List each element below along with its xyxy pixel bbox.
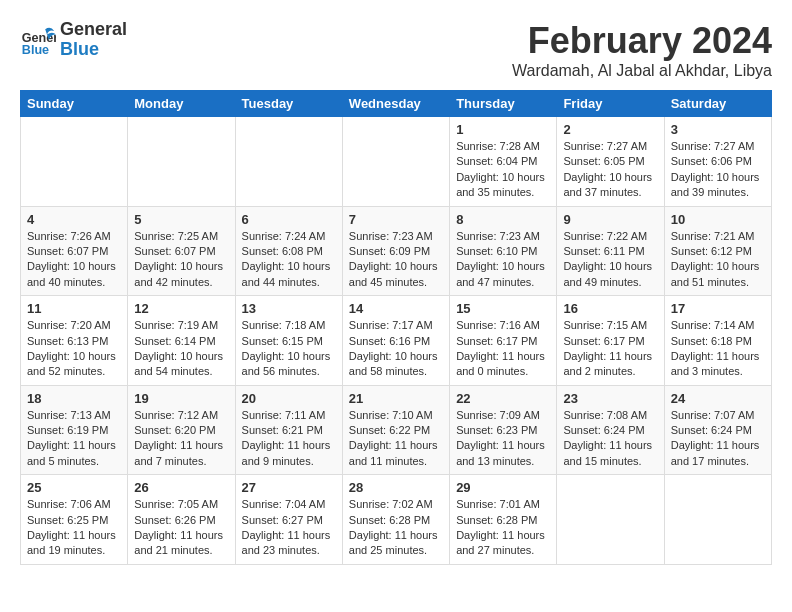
day-number: 27 xyxy=(242,480,336,495)
calendar-cell: 9Sunrise: 7:22 AM Sunset: 6:11 PM Daylig… xyxy=(557,206,664,296)
day-number: 2 xyxy=(563,122,657,137)
day-number: 5 xyxy=(134,212,228,227)
calendar-cell: 21Sunrise: 7:10 AM Sunset: 6:22 PM Dayli… xyxy=(342,385,449,475)
calendar-cell: 3Sunrise: 7:27 AM Sunset: 6:06 PM Daylig… xyxy=(664,117,771,207)
calendar-cell: 1Sunrise: 7:28 AM Sunset: 6:04 PM Daylig… xyxy=(450,117,557,207)
day-number: 29 xyxy=(456,480,550,495)
calendar-cell: 25Sunrise: 7:06 AM Sunset: 6:25 PM Dayli… xyxy=(21,475,128,565)
day-info: Sunrise: 7:08 AM Sunset: 6:24 PM Dayligh… xyxy=(563,408,657,470)
day-info: Sunrise: 7:16 AM Sunset: 6:17 PM Dayligh… xyxy=(456,318,550,380)
calendar-cell: 19Sunrise: 7:12 AM Sunset: 6:20 PM Dayli… xyxy=(128,385,235,475)
day-number: 10 xyxy=(671,212,765,227)
calendar-table: SundayMondayTuesdayWednesdayThursdayFrid… xyxy=(20,90,772,565)
svg-text:Blue: Blue xyxy=(22,43,49,57)
day-number: 19 xyxy=(134,391,228,406)
calendar-cell xyxy=(557,475,664,565)
calendar-cell: 20Sunrise: 7:11 AM Sunset: 6:21 PM Dayli… xyxy=(235,385,342,475)
day-number: 16 xyxy=(563,301,657,316)
day-info: Sunrise: 7:27 AM Sunset: 6:05 PM Dayligh… xyxy=(563,139,657,201)
day-info: Sunrise: 7:14 AM Sunset: 6:18 PM Dayligh… xyxy=(671,318,765,380)
day-info: Sunrise: 7:13 AM Sunset: 6:19 PM Dayligh… xyxy=(27,408,121,470)
weekday-header-thursday: Thursday xyxy=(450,91,557,117)
day-number: 21 xyxy=(349,391,443,406)
day-info: Sunrise: 7:22 AM Sunset: 6:11 PM Dayligh… xyxy=(563,229,657,291)
logo-general: General xyxy=(60,20,127,40)
calendar-cell xyxy=(128,117,235,207)
day-number: 25 xyxy=(27,480,121,495)
calendar-cell: 15Sunrise: 7:16 AM Sunset: 6:17 PM Dayli… xyxy=(450,296,557,386)
day-number: 28 xyxy=(349,480,443,495)
calendar-week-2: 4Sunrise: 7:26 AM Sunset: 6:07 PM Daylig… xyxy=(21,206,772,296)
day-info: Sunrise: 7:21 AM Sunset: 6:12 PM Dayligh… xyxy=(671,229,765,291)
calendar-cell: 14Sunrise: 7:17 AM Sunset: 6:16 PM Dayli… xyxy=(342,296,449,386)
day-info: Sunrise: 7:28 AM Sunset: 6:04 PM Dayligh… xyxy=(456,139,550,201)
calendar-cell: 13Sunrise: 7:18 AM Sunset: 6:15 PM Dayli… xyxy=(235,296,342,386)
calendar-cell: 8Sunrise: 7:23 AM Sunset: 6:10 PM Daylig… xyxy=(450,206,557,296)
day-number: 15 xyxy=(456,301,550,316)
logo-blue: Blue xyxy=(60,40,127,60)
day-number: 12 xyxy=(134,301,228,316)
calendar-week-5: 25Sunrise: 7:06 AM Sunset: 6:25 PM Dayli… xyxy=(21,475,772,565)
day-info: Sunrise: 7:18 AM Sunset: 6:15 PM Dayligh… xyxy=(242,318,336,380)
day-number: 17 xyxy=(671,301,765,316)
day-number: 1 xyxy=(456,122,550,137)
day-info: Sunrise: 7:05 AM Sunset: 6:26 PM Dayligh… xyxy=(134,497,228,559)
weekday-header-saturday: Saturday xyxy=(664,91,771,117)
calendar-cell: 2Sunrise: 7:27 AM Sunset: 6:05 PM Daylig… xyxy=(557,117,664,207)
day-number: 11 xyxy=(27,301,121,316)
day-number: 4 xyxy=(27,212,121,227)
calendar-cell xyxy=(21,117,128,207)
calendar-week-3: 11Sunrise: 7:20 AM Sunset: 6:13 PM Dayli… xyxy=(21,296,772,386)
day-number: 3 xyxy=(671,122,765,137)
day-info: Sunrise: 7:11 AM Sunset: 6:21 PM Dayligh… xyxy=(242,408,336,470)
location-title: Wardamah, Al Jabal al Akhdar, Libya xyxy=(512,62,772,80)
day-info: Sunrise: 7:27 AM Sunset: 6:06 PM Dayligh… xyxy=(671,139,765,201)
calendar-cell: 18Sunrise: 7:13 AM Sunset: 6:19 PM Dayli… xyxy=(21,385,128,475)
calendar-cell: 11Sunrise: 7:20 AM Sunset: 6:13 PM Dayli… xyxy=(21,296,128,386)
logo: General Blue General Blue xyxy=(20,20,127,60)
calendar-cell: 5Sunrise: 7:25 AM Sunset: 6:07 PM Daylig… xyxy=(128,206,235,296)
day-number: 13 xyxy=(242,301,336,316)
weekday-header-tuesday: Tuesday xyxy=(235,91,342,117)
day-info: Sunrise: 7:07 AM Sunset: 6:24 PM Dayligh… xyxy=(671,408,765,470)
weekday-header-wednesday: Wednesday xyxy=(342,91,449,117)
calendar-cell xyxy=(342,117,449,207)
day-info: Sunrise: 7:09 AM Sunset: 6:23 PM Dayligh… xyxy=(456,408,550,470)
day-info: Sunrise: 7:01 AM Sunset: 6:28 PM Dayligh… xyxy=(456,497,550,559)
calendar-cell: 24Sunrise: 7:07 AM Sunset: 6:24 PM Dayli… xyxy=(664,385,771,475)
day-info: Sunrise: 7:06 AM Sunset: 6:25 PM Dayligh… xyxy=(27,497,121,559)
calendar-cell: 16Sunrise: 7:15 AM Sunset: 6:17 PM Dayli… xyxy=(557,296,664,386)
calendar-week-1: 1Sunrise: 7:28 AM Sunset: 6:04 PM Daylig… xyxy=(21,117,772,207)
day-number: 18 xyxy=(27,391,121,406)
day-info: Sunrise: 7:25 AM Sunset: 6:07 PM Dayligh… xyxy=(134,229,228,291)
weekday-header-row: SundayMondayTuesdayWednesdayThursdayFrid… xyxy=(21,91,772,117)
day-info: Sunrise: 7:12 AM Sunset: 6:20 PM Dayligh… xyxy=(134,408,228,470)
calendar-cell xyxy=(235,117,342,207)
day-info: Sunrise: 7:10 AM Sunset: 6:22 PM Dayligh… xyxy=(349,408,443,470)
title-area: February 2024 Wardamah, Al Jabal al Akhd… xyxy=(512,20,772,80)
calendar-cell: 6Sunrise: 7:24 AM Sunset: 6:08 PM Daylig… xyxy=(235,206,342,296)
day-info: Sunrise: 7:23 AM Sunset: 6:10 PM Dayligh… xyxy=(456,229,550,291)
day-info: Sunrise: 7:19 AM Sunset: 6:14 PM Dayligh… xyxy=(134,318,228,380)
day-info: Sunrise: 7:23 AM Sunset: 6:09 PM Dayligh… xyxy=(349,229,443,291)
weekday-header-friday: Friday xyxy=(557,91,664,117)
day-number: 6 xyxy=(242,212,336,227)
day-number: 9 xyxy=(563,212,657,227)
day-number: 7 xyxy=(349,212,443,227)
day-info: Sunrise: 7:17 AM Sunset: 6:16 PM Dayligh… xyxy=(349,318,443,380)
calendar-cell xyxy=(664,475,771,565)
weekday-header-monday: Monday xyxy=(128,91,235,117)
month-title: February 2024 xyxy=(512,20,772,62)
calendar-cell: 12Sunrise: 7:19 AM Sunset: 6:14 PM Dayli… xyxy=(128,296,235,386)
calendar-cell: 27Sunrise: 7:04 AM Sunset: 6:27 PM Dayli… xyxy=(235,475,342,565)
calendar-cell: 17Sunrise: 7:14 AM Sunset: 6:18 PM Dayli… xyxy=(664,296,771,386)
weekday-header-sunday: Sunday xyxy=(21,91,128,117)
day-info: Sunrise: 7:20 AM Sunset: 6:13 PM Dayligh… xyxy=(27,318,121,380)
day-info: Sunrise: 7:15 AM Sunset: 6:17 PM Dayligh… xyxy=(563,318,657,380)
calendar-cell: 23Sunrise: 7:08 AM Sunset: 6:24 PM Dayli… xyxy=(557,385,664,475)
calendar-cell: 26Sunrise: 7:05 AM Sunset: 6:26 PM Dayli… xyxy=(128,475,235,565)
calendar-cell: 7Sunrise: 7:23 AM Sunset: 6:09 PM Daylig… xyxy=(342,206,449,296)
calendar-cell: 28Sunrise: 7:02 AM Sunset: 6:28 PM Dayli… xyxy=(342,475,449,565)
day-number: 23 xyxy=(563,391,657,406)
day-number: 8 xyxy=(456,212,550,227)
